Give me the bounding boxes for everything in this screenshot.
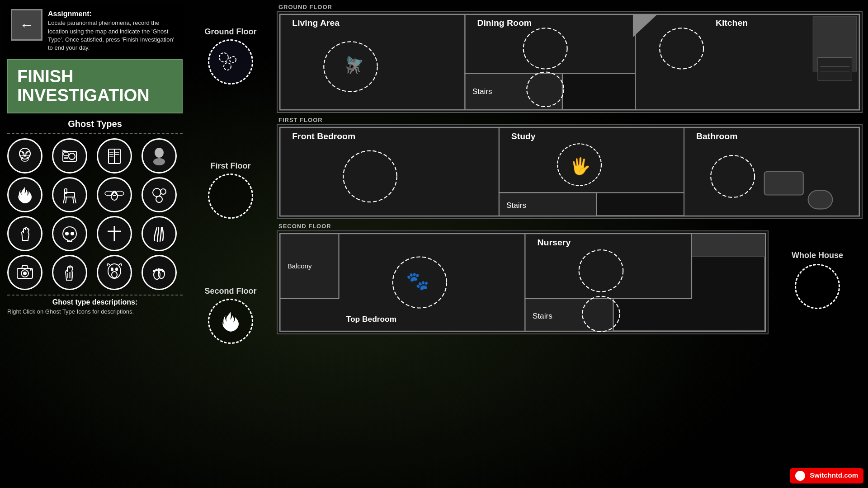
svg-point-59 bbox=[158, 268, 160, 270]
first-floor-selector-area: First Floor bbox=[190, 161, 271, 237]
assignment-title: Assignment: bbox=[48, 10, 92, 18]
svg-point-8 bbox=[69, 153, 75, 160]
svg-point-46 bbox=[23, 272, 27, 275]
svg-line-27 bbox=[73, 197, 74, 203]
ghost-icon-footprint[interactable] bbox=[142, 255, 177, 290]
ghost-desc-text: Right Click on Ghost Type Icons for desc… bbox=[7, 308, 183, 315]
floor-selectors-panel: Ground Floor First Floor bbox=[190, 0, 271, 488]
svg-line-24 bbox=[63, 197, 65, 203]
ghost-types-section: Ghost Types bbox=[7, 119, 183, 315]
back-button[interactable]: ← bbox=[11, 9, 42, 41]
ghost-grid bbox=[7, 136, 183, 292]
svg-text:🐾: 🐾 bbox=[406, 270, 429, 291]
ghost-icon-radio[interactable] bbox=[52, 138, 87, 174]
main-container: ← Assignment: Locate paranormal phenomen… bbox=[0, 0, 868, 488]
ghost-icon-claws[interactable] bbox=[142, 216, 177, 251]
assignment-text: Assignment: Locate paranormal phenomena,… bbox=[48, 9, 179, 52]
ground-floor-selector: Ground Floor bbox=[190, 27, 271, 84]
ghost-icon-orbs[interactable] bbox=[142, 177, 177, 212]
svg-point-54 bbox=[112, 272, 117, 278]
ghost-icon-monkey[interactable] bbox=[7, 138, 42, 174]
svg-point-37 bbox=[65, 232, 69, 235]
finish-investigation-button[interactable]: FINISH INVESTIGATION bbox=[7, 59, 183, 113]
ground-floor-label: Ground Floor bbox=[205, 27, 257, 37]
ghost-icon-book[interactable] bbox=[97, 138, 132, 174]
svg-line-26 bbox=[66, 197, 66, 203]
svg-rect-79 bbox=[818, 57, 852, 80]
svg-point-5 bbox=[26, 152, 28, 154]
first-floor-label: First Floor bbox=[211, 161, 251, 171]
svg-point-62 bbox=[219, 53, 228, 62]
svg-text:Stairs: Stairs bbox=[533, 312, 552, 320]
svg-point-60 bbox=[160, 268, 162, 271]
ghost-icon-handprint[interactable] bbox=[7, 216, 42, 251]
ghost-icon-skull[interactable] bbox=[52, 216, 87, 251]
svg-text:Top Bedroom: Top Bedroom bbox=[346, 315, 396, 324]
svg-rect-96 bbox=[764, 172, 803, 195]
second-floor-map: Balcony Top Bedroom 🐾 Nursery Stairs bbox=[277, 230, 769, 334]
svg-point-61 bbox=[162, 270, 165, 272]
ghost-icon-chair[interactable] bbox=[52, 177, 87, 212]
svg-point-63 bbox=[230, 56, 236, 63]
svg-point-36 bbox=[156, 196, 162, 202]
second-floor-section: SECOND FLOOR Balcony Top Bedroom 🐾 bbox=[277, 223, 769, 334]
ground-floor-map: Living Area 🪰 Dining Room Stairs Ki bbox=[277, 11, 863, 113]
second-floor-row: SECOND FLOOR Balcony Top Bedroom 🐾 bbox=[277, 223, 863, 334]
svg-text:Stairs: Stairs bbox=[506, 202, 526, 210]
ghost-desc-title: Ghost type descriptions: bbox=[7, 298, 183, 306]
ground-floor-circle[interactable] bbox=[208, 39, 253, 84]
svg-line-25 bbox=[75, 197, 76, 203]
svg-text:Nursery: Nursery bbox=[538, 238, 571, 247]
ghost-icon-fire[interactable] bbox=[7, 177, 42, 212]
svg-text:Study: Study bbox=[511, 131, 536, 141]
first-floor-section-label: FIRST FLOOR bbox=[277, 117, 863, 123]
second-floor-selector-area: Second Floor bbox=[190, 286, 271, 362]
second-floor-section-label: SECOND FLOOR bbox=[277, 223, 769, 230]
first-floor-circle[interactable] bbox=[208, 174, 253, 219]
second-floor-selector: Second Floor bbox=[190, 286, 271, 344]
ghost-icon-shadow[interactable] bbox=[142, 138, 177, 174]
ghost-icon-camera[interactable] bbox=[7, 255, 42, 290]
second-floor-circle[interactable] bbox=[208, 299, 253, 344]
svg-point-38 bbox=[71, 232, 74, 235]
assignment-header: ← Assignment: Locate paranormal phenomen… bbox=[7, 5, 183, 56]
maps-panel: GROUND FLOOR Living Area 🪰 Dining Room bbox=[271, 0, 868, 488]
svg-text:Front Bedroom: Front Bedroom bbox=[292, 131, 355, 141]
svg-rect-66 bbox=[280, 14, 465, 110]
svg-point-52 bbox=[111, 267, 113, 271]
svg-point-53 bbox=[115, 267, 118, 271]
svg-point-32 bbox=[113, 192, 114, 193]
ghost-icon-fly[interactable] bbox=[97, 177, 132, 212]
ground-floor-selector-area: Ground Floor bbox=[190, 27, 271, 103]
svg-point-21 bbox=[153, 158, 165, 165]
left-panel: ← Assignment: Locate paranormal phenomen… bbox=[0, 0, 190, 488]
ground-floor-section-label: GROUND FLOOR bbox=[277, 4, 863, 10]
assignment-description: Locate paranormal phenomena, record the … bbox=[48, 19, 174, 51]
svg-text:🪰: 🪰 bbox=[343, 56, 365, 75]
svg-rect-9 bbox=[64, 153, 68, 155]
svg-point-64 bbox=[224, 63, 231, 70]
svg-point-57 bbox=[153, 270, 156, 272]
svg-point-6 bbox=[24, 155, 26, 156]
svg-rect-112 bbox=[692, 234, 765, 257]
divider-top bbox=[7, 133, 183, 134]
whole-house-circle[interactable] bbox=[795, 264, 840, 309]
svg-text:🖐: 🖐 bbox=[570, 156, 591, 176]
ground-floor-section: GROUND FLOOR Living Area 🪰 Dining Room bbox=[277, 4, 863, 113]
svg-point-58 bbox=[156, 268, 158, 271]
ghost-icon-cross[interactable] bbox=[97, 216, 132, 251]
whole-house-section: Whole House bbox=[772, 223, 863, 334]
svg-point-35 bbox=[160, 189, 166, 194]
svg-text:Kitchen: Kitchen bbox=[716, 19, 748, 28]
second-floor-label: Second Floor bbox=[204, 286, 256, 296]
svg-text:Balcony: Balcony bbox=[288, 263, 312, 270]
svg-point-33 bbox=[115, 192, 116, 193]
svg-rect-97 bbox=[808, 190, 833, 209]
divider-bottom bbox=[7, 295, 183, 296]
first-floor-section: FIRST FLOOR Front Bedroom Study 🖐 bbox=[277, 117, 863, 219]
ghost-icon-scream[interactable] bbox=[97, 255, 132, 290]
svg-text:Dining Room: Dining Room bbox=[477, 19, 532, 28]
ghost-types-title: Ghost Types bbox=[7, 119, 183, 129]
ghost-icon-palmprint[interactable] bbox=[52, 255, 87, 290]
svg-point-0 bbox=[19, 148, 30, 159]
